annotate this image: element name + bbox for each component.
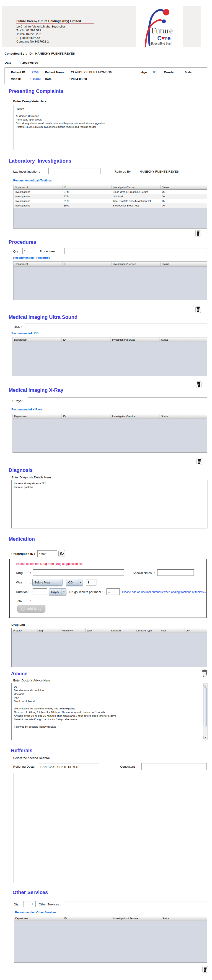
recommended-xrays-link[interactable]: Recommended X-Rays [11, 408, 42, 411]
recommended-uss-link[interactable]: Recommended USS [11, 332, 39, 335]
title-divider [16, 24, 94, 24]
advice-heading: Advice [11, 671, 27, 677]
svg-text:Body Mind Soul: Body Mind Soul [151, 42, 172, 45]
uss-label: USS : [14, 325, 22, 329]
recommended-lab-testings-link[interactable]: Recommended Lab Testings [13, 179, 52, 182]
medication-entry-box: Please select the Drug from Drug suggess… [9, 559, 207, 618]
scroll-down-icon[interactable]: ▼ [203, 736, 207, 740]
per-meal-input[interactable] [106, 589, 120, 595]
ultrasound-heading: Medical Imaging Ultra Sound [9, 314, 77, 320]
trash-icon [202, 966, 208, 973]
lab-investigation-input[interactable] [48, 168, 101, 174]
drug-colon: : [30, 571, 31, 574]
duration-unit-value: Day/s [49, 589, 61, 595]
uss-input[interactable] [25, 323, 207, 330]
add-icon: + [21, 607, 25, 611]
company-address: Le Chainter,Victoria,Mahe,Seychelles [16, 25, 94, 29]
xray-delete-button[interactable] [196, 458, 202, 466]
lab-delete-button[interactable] [195, 230, 201, 237]
xray-table: Department ID Investigation/Service Stat… [13, 414, 207, 453]
drug-suggestion-warning: Please select the Drug from Drug suggess… [16, 562, 82, 565]
diagnosis-textarea[interactable]: Impress kidney disease??? Impress gastri… [11, 480, 207, 528]
procedures-table: Department ID Investigation/Service Stat… [13, 261, 207, 301]
way-select[interactable]: Before Meal ▼ [32, 579, 63, 586]
col-investigation-service: Investigation/Service [111, 337, 160, 342]
per-meal-label: Drugs/Tablets per meal : [69, 590, 103, 594]
col-investigation-service: Investigation / Service [112, 916, 161, 921]
reffering-doctor-input[interactable] [39, 763, 100, 770]
special-notes-label: Special Notes : [133, 571, 155, 574]
company-phone1: T: +24 82 593 593 [16, 29, 94, 32]
drug-label: Drug [16, 571, 22, 574]
procedures-label: Procedures : [40, 250, 57, 253]
frequency-select[interactable]: OD ▼ [66, 579, 83, 586]
refferal-notes-area[interactable] [13, 773, 207, 883]
visit-id-label: Visit ID [11, 77, 21, 81]
patient-name-label: Patient Name : [45, 70, 66, 74]
scroll-up-icon[interactable]: ▲ [203, 684, 207, 687]
complaints-textarea[interactable]: Review ABdomen US report Pancreatic lipo… [13, 105, 207, 150]
special-notes-input[interactable] [157, 570, 194, 576]
uss-table: Department ID Investigation/Service Stat… [13, 337, 207, 376]
age-value: 80 [153, 70, 156, 74]
chevron-down-icon: ▼ [61, 589, 66, 595]
consulted-by-label: Consulted By : [5, 52, 27, 55]
col-note: Note [159, 628, 185, 633]
procedures-qty-input[interactable] [22, 248, 35, 254]
col-investigation-service: Investigation/Service [111, 262, 161, 266]
consultant-input[interactable] [141, 763, 207, 770]
advice-scrollbar[interactable]: ▲ ▼ [203, 684, 207, 740]
col-qty: Qty [185, 628, 207, 633]
add-drug-button[interactable]: + Add Drug [17, 605, 45, 612]
refresh-icon: ↻ [59, 550, 64, 557]
procedures-delete-button[interactable] [195, 306, 201, 314]
duration-input[interactable] [32, 589, 47, 595]
way-qty-input[interactable] [86, 579, 96, 585]
lab-table-header: Department ID Investigation/Service Stat… [13, 185, 207, 189]
patient-info-bar: Patient ID : 7758 Patient Name : CLAUDE … [5, 68, 207, 84]
uss-delete-button[interactable] [196, 381, 201, 389]
scrollbar-thumb[interactable] [204, 687, 207, 727]
drug-input[interactable] [33, 570, 124, 576]
trash-icon [195, 306, 201, 313]
reffered-by-value: HANECKY FUENTE REYES [140, 170, 179, 173]
col-status: Status [160, 337, 207, 342]
col-status: Status [161, 262, 207, 266]
trash-icon [196, 381, 201, 388]
other-services-qty-input[interactable] [23, 901, 35, 907]
xray-input[interactable] [28, 397, 207, 404]
chevron-down-icon: ▼ [58, 579, 62, 585]
col-department: Department [13, 414, 62, 418]
recommended-procedures-link[interactable]: Recommended Procedures [13, 256, 50, 259]
refferals-heading: Refferals [11, 748, 32, 754]
prescription-id-input[interactable] [37, 550, 57, 557]
lab-table-row[interactable]: Investigations 6178 Total Prostate Speci… [13, 199, 207, 203]
svg-text:Future: Future [151, 26, 173, 35]
lab-table-row[interactable]: Investigations 5774 Uric Acid Ok [13, 194, 207, 199]
svg-text:re: re [165, 35, 171, 41]
advice-textarea[interactable]: Do Blood urea and creatinine Uric acid P… [11, 683, 203, 740]
col-status: Status [161, 916, 207, 921]
procedures-input[interactable] [64, 248, 207, 254]
other-services-input[interactable] [66, 901, 207, 907]
other-services-delete-button[interactable] [202, 966, 208, 974]
date-value: : 2024-08-20 [19, 61, 38, 64]
col-way: Way [85, 628, 110, 633]
duration-unit-select[interactable]: Day/s ▼ [49, 589, 66, 595]
col-investigation-service: Investigation/Service [111, 414, 160, 418]
refresh-prescription-button[interactable]: ↻ [58, 550, 65, 557]
col-department: Department [13, 185, 63, 189]
other-services-heading: Other Services [13, 889, 48, 896]
advice-textarea-wrap: Do Blood urea and creatinine Uric acid P… [11, 683, 207, 740]
lab-table-row[interactable]: Investigations 5971 Stool Occult Blood T… [13, 203, 207, 208]
col-drug: Drug [36, 628, 60, 633]
advice-delete-button[interactable] [201, 670, 208, 678]
add-drug-label: Add Drug [27, 607, 42, 611]
col-id: ID [63, 916, 112, 921]
diagnosis-heading: Diagnosis [9, 467, 32, 473]
recommended-other-services-link[interactable]: Recommended Other Services [15, 911, 56, 914]
col-investigation-service: Investigation/Service [111, 185, 161, 189]
col-id: ID [62, 337, 111, 342]
xray-heading: Medical Imaging X-Ray [9, 387, 63, 393]
lab-table-row[interactable]: Investigations 5748 Blood Urea & Creatin… [13, 189, 207, 194]
